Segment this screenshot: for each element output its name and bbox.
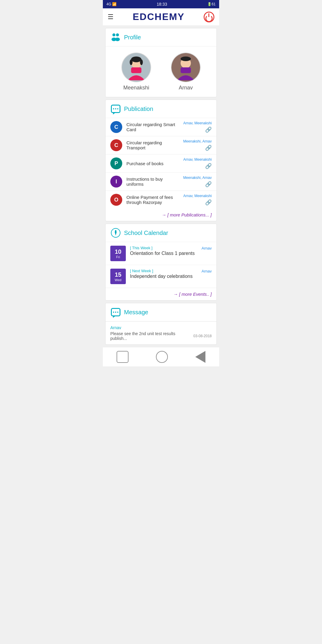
app-title: EDCHEMY: [133, 11, 185, 22]
cal-student-0: Arnav: [202, 246, 212, 250]
calendar-title: School Calendar: [124, 230, 168, 236]
pub-content-1: Circular regarding Transport: [126, 140, 179, 150]
status-bar: 4G 📶 18:33 🔋61: [103, 0, 219, 8]
attachment-icon-0: 🔗: [205, 126, 212, 133]
power-button[interactable]: [204, 12, 214, 22]
pub-badge-0: C: [110, 121, 122, 133]
cal-content-1: [ Next Week ] Arnav Independent day cele…: [130, 269, 212, 279]
publication-chat-icon: [110, 103, 121, 114]
profile-name-arnav: Arnav: [179, 85, 193, 91]
message-card: Message Arnav Please see the 2nd unit te…: [105, 303, 217, 345]
profile-section-header: Profile: [106, 28, 216, 47]
attachment-icon-1: 🔗: [205, 145, 212, 151]
svg-point-8: [130, 59, 133, 65]
pub-names-3: Meenakshi, Arnav: [183, 176, 212, 180]
cal-day-name-0: Fri: [116, 255, 120, 259]
tie-shape: [114, 230, 117, 236]
msg-preview-0: Please see the 2nd unit test results pub…: [110, 331, 191, 341]
network-signal: 4G 📶: [106, 2, 117, 6]
menu-button[interactable]: ☰: [108, 13, 114, 21]
cal-content-0: [ This Week ] Arnav Orientation for Clas…: [130, 246, 212, 256]
tie-wrapper: [111, 228, 120, 238]
home-button[interactable]: [117, 351, 129, 363]
chat-dot-1: [113, 108, 114, 109]
pub-meta-2: Arnav, Meenakshi 🔗: [183, 157, 212, 169]
publication-item[interactable]: I Instructions to buy uniforms Meenakshi…: [106, 173, 216, 191]
message-item[interactable]: Arnav Please see the 2nd unit test resul…: [106, 321, 216, 344]
calendar-event-item[interactable]: 10 Fri [ This Week ] Arnav Orientation f…: [106, 242, 216, 265]
pub-content-0: Circular regarding Smart Card: [126, 122, 179, 132]
message-chat-icon: [110, 307, 121, 318]
calendar-event-item[interactable]: 15 Wed [ Next Week ] Arnav Independent d…: [106, 265, 216, 288]
pub-title-4: Online Payment of fees through Razorpay: [126, 195, 179, 205]
pub-names-0: Arnav, Meenakshi: [183, 121, 212, 125]
calendar-section-header: School Calendar: [106, 224, 216, 242]
msg-dot-1: [113, 312, 114, 313]
attachment-icon-2: 🔗: [205, 163, 212, 169]
app-header: ☰ EDCHEMY: [103, 8, 219, 26]
msg-dot-3: [117, 312, 118, 313]
pub-names-1: Meenakshi, Arnav: [183, 139, 212, 143]
cal-event-title-1: Independent day celebrations: [130, 274, 212, 279]
pub-title-3: Instructions to buy uniforms: [126, 177, 179, 187]
pub-meta-0: Arnav, Meenakshi 🔗: [183, 121, 212, 133]
publication-title: Publication: [124, 106, 153, 112]
bottom-navigation: [103, 347, 219, 366]
svg-point-3: [115, 38, 120, 41]
pub-meta-4: Arnav, Meenakshi 🔗: [183, 194, 212, 206]
back-button[interactable]: [156, 351, 168, 363]
pub-content-3: Instructions to buy uniforms: [126, 177, 179, 187]
nav-back-triangle[interactable]: [195, 351, 205, 363]
pub-names-4: Arnav, Meenakshi: [183, 194, 212, 198]
message-bubble-icon: [111, 308, 120, 316]
chat-bubble-icon: [111, 105, 120, 113]
profile-children-list: Meenakshi Arnav: [106, 47, 216, 97]
msg-row-0: Please see the 2nd unit test results pub…: [110, 331, 212, 341]
pub-badge-3: I: [110, 176, 122, 188]
attachment-icon-4: 🔗: [205, 199, 212, 206]
svg-point-0: [112, 33, 115, 36]
pub-badge-2: P: [110, 157, 122, 169]
cal-week-tag-1: [ Next Week ]: [130, 269, 153, 273]
publication-item[interactable]: P Purchase of books Arnav, Meenakshi 🔗: [106, 154, 216, 173]
cal-event-title-0: Orientation for Class 1 parents: [130, 251, 212, 256]
pub-meta-1: Meenakshi, Arnav 🔗: [183, 139, 212, 151]
profile-item-arnav[interactable]: Arnav: [171, 52, 201, 91]
profile-title: Profile: [124, 34, 141, 41]
message-list: Arnav Please see the 2nd unit test resul…: [106, 321, 216, 344]
more-events-link[interactable]: → [ more Events.. ]: [106, 288, 216, 300]
profile-icon: [110, 32, 121, 43]
calendar-events-list: 10 Fri [ This Week ] Arnav Orientation f…: [106, 242, 216, 288]
publication-item[interactable]: O Online Payment of fees through Razorpa…: [106, 191, 216, 209]
message-title: Message: [124, 309, 148, 316]
profile-name-meenakshi: Meenakshi: [123, 85, 149, 91]
svg-point-7: [131, 57, 142, 62]
svg-point-13: [181, 57, 191, 61]
battery-indicator: 🔋61: [207, 2, 216, 6]
publication-item[interactable]: C Circular regarding Smart Card Arnav, M…: [106, 118, 216, 136]
cal-week-tag-0: [ This Week ]: [130, 246, 152, 250]
svg-point-2: [116, 33, 119, 36]
status-time: 18:33: [157, 2, 167, 7]
avatar-meenakshi: [121, 52, 151, 82]
publication-list: C Circular regarding Smart Card Arnav, M…: [106, 118, 216, 209]
school-calendar-card: School Calendar 10 Fri [ This Week ] Arn…: [105, 224, 217, 301]
cal-day-num-0: 10: [115, 248, 121, 255]
more-publications-link[interactable]: → [ more Publications... ]: [106, 209, 216, 221]
pub-title-1: Circular regarding Transport: [126, 140, 179, 150]
pub-title-2: Purchase of books: [126, 161, 179, 166]
chat-dot-2: [115, 108, 116, 109]
pub-title-0: Circular regarding Smart Card: [126, 122, 179, 132]
svg-rect-6: [131, 67, 142, 73]
calendar-tie-icon: [110, 227, 121, 238]
publication-card: Publication C Circular regarding Smart C…: [105, 100, 217, 221]
cal-day-num-1: 15: [115, 271, 121, 278]
profile-item-meenakshi[interactable]: Meenakshi: [121, 52, 151, 91]
attachment-icon-3: 🔗: [205, 181, 212, 188]
svg-rect-12: [181, 67, 191, 73]
cal-date-box-0: 10 Fri: [110, 246, 126, 261]
msg-student-0: Arnav: [110, 325, 212, 330]
publication-item[interactable]: C Circular regarding Transport Meenakshi…: [106, 136, 216, 154]
publication-section-header: Publication: [106, 100, 216, 118]
pub-badge-1: C: [110, 139, 122, 151]
